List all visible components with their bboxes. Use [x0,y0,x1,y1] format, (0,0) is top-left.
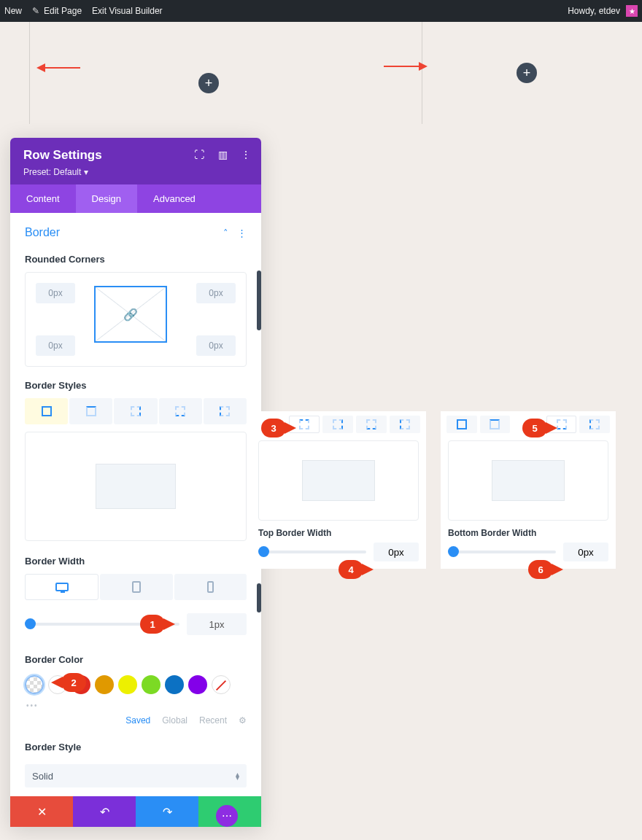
panel-header[interactable]: Row Settings Preset: Default▾ ⛶ ▥ ⋮ [10,138,261,184]
annotation-pin-6: 6 [528,560,553,579]
panel-tabs: Content Design Advanced [10,184,261,213]
square-right-icon [131,406,141,416]
section-border-header[interactable]: Border ˄ ⋮ [10,213,261,245]
device-phone-button[interactable] [174,574,247,600]
swatch-purple[interactable] [188,675,207,694]
column-2[interactable] [422,22,422,124]
border-left-button[interactable] [390,416,420,433]
border-style-select[interactable]: Solid ▴▾ [25,764,247,788]
phone-icon [207,581,214,593]
link-icon: 🔗 [123,308,138,322]
bottom-border-width-input[interactable] [563,542,608,561]
cancel-button[interactable]: ✕ [10,796,73,827]
slider-thumb[interactable] [25,618,36,629]
swatch-yellow[interactable] [118,675,137,694]
device-tablet-button[interactable] [100,574,172,600]
add-module-button[interactable]: + [198,73,219,93]
rounded-corners-control: 0px 0px 0px 0px 🔗 [25,272,247,367]
border-left-button[interactable] [579,416,610,433]
annotation-pin-3: 3 [261,419,286,438]
square-top-icon [86,406,96,416]
expand-icon[interactable]: ⛶ [194,149,204,160]
border-width-label: Border Width [10,547,261,574]
builder-toggle-button[interactable]: ⋯ [216,805,238,827]
person-icon: ★ [629,7,635,15]
square-left-icon [220,406,230,416]
redo-button[interactable]: ↷ [136,796,198,827]
swatch-transparent[interactable] [25,675,44,694]
border-all-button[interactable] [25,398,68,424]
column-1[interactable] [29,22,30,124]
admin-bar: New Edit Page Exit Visual Builder Howdy,… [0,0,642,22]
corner-tr-input[interactable]: 0px [196,283,236,303]
panel-scrollbar[interactable] [257,583,261,612]
select-value: Solid [32,771,53,782]
gear-icon[interactable]: ⚙ [239,715,247,726]
responsive-device-tabs [25,574,247,600]
border-right-button[interactable] [322,416,353,433]
slider-thumb[interactable] [448,546,459,557]
swatch-orange[interactable] [95,675,114,694]
tab-design[interactable]: Design [76,184,137,213]
corner-bl-input[interactable]: 0px [36,335,75,356]
chevron-down-icon: ▾ [84,167,88,177]
undo-button[interactable]: ↶ [73,796,136,827]
preview-rect [492,460,565,501]
border-top-button[interactable] [69,398,112,424]
tablet-icon [132,581,141,593]
arrow-right-icon [384,66,420,67]
border-bottom-button[interactable] [159,398,202,424]
tab-content[interactable]: Content [10,184,76,213]
device-desktop-button[interactable] [25,574,98,600]
square-icon [42,406,52,416]
add-module-button[interactable]: + [517,63,537,83]
top-border-width-slider[interactable] [258,551,366,553]
preview-rect [96,464,176,509]
preview-rect [302,460,375,501]
panel-scrollbar[interactable] [257,271,261,330]
corner-br-input[interactable]: 0px [196,335,236,356]
swatch-green[interactable] [142,675,160,694]
square-bottom-icon [366,419,376,429]
kebab-icon[interactable]: ⋮ [237,228,247,238]
palette-saved[interactable]: Saved [125,715,150,726]
square-top-icon [490,419,500,429]
palette-global[interactable]: Global [162,715,187,726]
select-arrows-icon: ▴▾ [236,772,239,779]
border-bottom-button[interactable] [356,416,387,433]
palette-recent[interactable]: Recent [199,715,227,726]
more-swatches-handle[interactable]: ••• [26,701,261,709]
annotation-pin-1: 1 [140,615,165,634]
square-bottom-icon [175,406,185,416]
kebab-icon[interactable]: ⋮ [241,149,251,160]
bottom-border-width-label: Bottom Border Width [448,528,608,538]
border-preview [258,440,419,521]
tab-advanced[interactable]: Advanced [137,184,212,213]
preset-selector[interactable]: Preset: Default▾ [23,167,248,177]
border-right-button[interactable] [114,398,157,424]
row-settings-panel: Row Settings Preset: Default▾ ⛶ ▥ ⋮ Cont… [10,138,261,827]
admin-exit-vb[interactable]: Exit Visual Builder [92,6,163,16]
square-top-icon [299,419,309,429]
admin-edit-page[interactable]: Edit Page [32,6,82,16]
border-left-button[interactable] [204,398,247,424]
border-width-input[interactable] [187,613,247,635]
chevron-up-icon[interactable]: ˄ [223,228,228,238]
corner-tl-input[interactable]: 0px [36,283,75,303]
admin-new[interactable]: New [4,6,22,16]
avatar[interactable]: ★ [626,5,638,17]
border-all-button[interactable] [446,416,477,433]
corner-link-toggle[interactable]: 🔗 [94,286,167,343]
section-title: Border [25,226,60,239]
swatch-none[interactable] [212,675,231,694]
border-color-label: Border Color [10,645,261,672]
columns-icon[interactable]: ▥ [217,149,228,160]
desktop-icon [55,583,69,591]
top-border-width-input[interactable] [374,542,419,561]
bottom-border-width-slider[interactable] [448,551,556,553]
swatch-blue[interactable] [165,675,184,694]
square-left-icon [400,419,410,429]
slider-thumb[interactable] [258,546,269,557]
border-top-button[interactable] [480,416,511,433]
admin-howdy[interactable]: Howdy, etdev [568,6,620,16]
